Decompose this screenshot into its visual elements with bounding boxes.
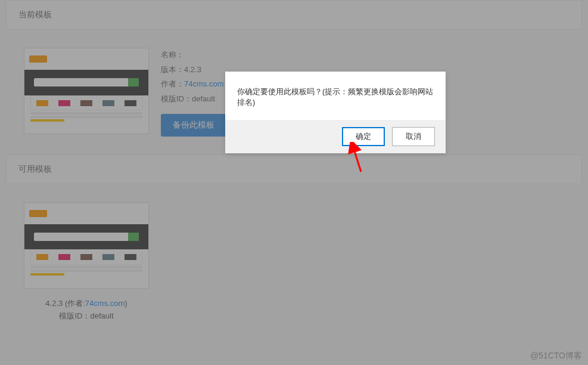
dialog-message: 你确定要使用此模板吗？(提示：频繁更换模版会影响网站排名) [225,72,446,120]
dialog-footer: 确定 取消 [225,120,446,153]
ok-button[interactable]: 确定 [342,127,385,146]
modal-overlay [0,0,588,365]
confirm-dialog: 你确定要使用此模板吗？(提示：频繁更换模版会影响网站排名) 确定 取消 [225,72,446,153]
cancel-button[interactable]: 取消 [392,127,435,146]
